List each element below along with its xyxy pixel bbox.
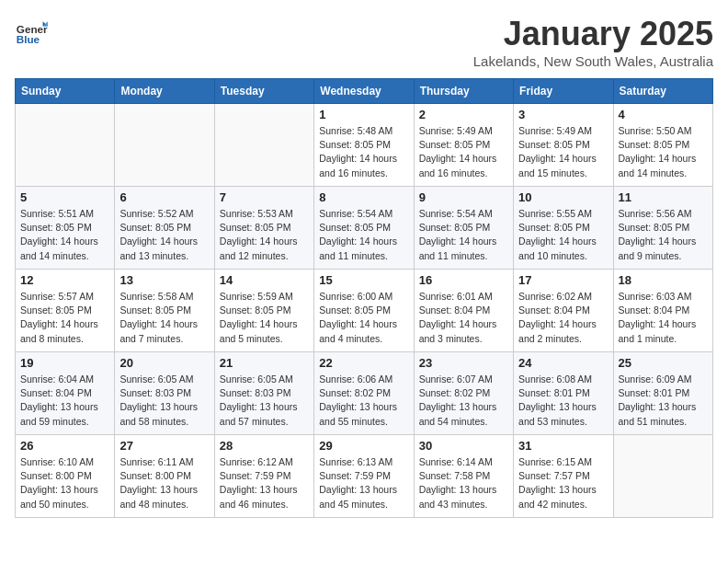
day-detail: Sunrise: 6:09 AMSunset: 8:01 PMDaylight:… — [619, 373, 708, 429]
day-detail: Sunrise: 5:54 AMSunset: 8:05 PMDaylight:… — [319, 207, 408, 263]
day-detail: Sunrise: 5:58 AMSunset: 8:05 PMDaylight:… — [119, 290, 209, 346]
day-number: 7 — [220, 190, 309, 204]
day-number: 23 — [419, 356, 508, 370]
day-detail: Sunrise: 5:54 AMSunset: 8:05 PMDaylight:… — [419, 207, 508, 263]
calendar-cell: 6Sunrise: 5:52 AMSunset: 8:05 PMDaylight… — [115, 187, 214, 270]
day-detail: Sunrise: 6:03 AMSunset: 8:04 PMDaylight:… — [619, 290, 708, 346]
calendar-cell: 31Sunrise: 6:15 AMSunset: 7:57 PMDayligh… — [514, 435, 613, 518]
day-number: 28 — [220, 439, 309, 453]
day-header-tuesday: Tuesday — [214, 79, 313, 104]
day-number: 10 — [518, 190, 608, 204]
calendar-cell: 25Sunrise: 6:09 AMSunset: 8:01 PMDayligh… — [613, 352, 712, 435]
calendar-cell: 10Sunrise: 5:55 AMSunset: 8:05 PMDayligh… — [514, 187, 613, 270]
day-detail: Sunrise: 6:05 AMSunset: 8:03 PMDaylight:… — [220, 373, 309, 429]
day-number: 18 — [619, 273, 708, 287]
day-header-saturday: Saturday — [613, 79, 712, 104]
calendar-cell: 18Sunrise: 6:03 AMSunset: 8:04 PMDayligh… — [613, 270, 712, 352]
day-detail: Sunrise: 5:56 AMSunset: 8:05 PMDaylight:… — [619, 207, 708, 263]
calendar-cell: 5Sunrise: 5:51 AMSunset: 8:05 PMDaylight… — [16, 187, 115, 270]
day-detail: Sunrise: 6:13 AMSunset: 7:59 PMDaylight:… — [319, 455, 408, 511]
calendar-cell: 4Sunrise: 5:50 AMSunset: 8:05 PMDaylight… — [613, 104, 712, 187]
day-header-wednesday: Wednesday — [314, 79, 414, 104]
day-detail: Sunrise: 5:50 AMSunset: 8:05 PMDaylight:… — [619, 124, 708, 180]
calendar-cell: 17Sunrise: 6:02 AMSunset: 8:04 PMDayligh… — [514, 270, 613, 352]
calendar-week-row: 1Sunrise: 5:48 AMSunset: 8:05 PMDaylight… — [16, 104, 713, 187]
day-detail: Sunrise: 6:15 AMSunset: 7:57 PMDaylight:… — [518, 455, 608, 511]
svg-text:Blue: Blue — [17, 33, 40, 45]
day-detail: Sunrise: 6:08 AMSunset: 8:01 PMDaylight:… — [518, 373, 608, 429]
calendar-cell: 11Sunrise: 5:56 AMSunset: 8:05 PMDayligh… — [613, 187, 712, 270]
day-number: 31 — [518, 439, 608, 453]
day-detail: Sunrise: 6:04 AMSunset: 8:04 PMDaylight:… — [20, 373, 109, 429]
day-number: 1 — [319, 108, 408, 121]
calendar-table: SundayMondayTuesdayWednesdayThursdayFrid… — [15, 78, 713, 518]
day-number: 27 — [119, 439, 209, 453]
day-number: 17 — [518, 273, 608, 287]
day-number: 8 — [319, 190, 408, 204]
logo: General Blue General Blue — [15, 15, 48, 48]
day-detail: Sunrise: 5:52 AMSunset: 8:05 PMDaylight:… — [119, 207, 209, 263]
day-number: 6 — [119, 190, 209, 204]
calendar-cell: 7Sunrise: 5:53 AMSunset: 8:05 PMDaylight… — [214, 187, 313, 270]
day-detail: Sunrise: 6:02 AMSunset: 8:04 PMDaylight:… — [518, 290, 608, 346]
calendar-cell: 28Sunrise: 6:12 AMSunset: 7:59 PMDayligh… — [214, 435, 313, 518]
day-detail: Sunrise: 5:55 AMSunset: 8:05 PMDaylight:… — [518, 207, 608, 263]
calendar-cell: 15Sunrise: 6:00 AMSunset: 8:05 PMDayligh… — [314, 270, 414, 352]
day-detail: Sunrise: 6:14 AMSunset: 7:58 PMDaylight:… — [419, 455, 508, 511]
day-detail: Sunrise: 6:06 AMSunset: 8:02 PMDaylight:… — [319, 373, 408, 429]
day-number: 25 — [619, 356, 708, 370]
calendar-cell: 23Sunrise: 6:07 AMSunset: 8:02 PMDayligh… — [414, 352, 513, 435]
day-detail: Sunrise: 5:53 AMSunset: 8:05 PMDaylight:… — [220, 207, 309, 263]
day-number: 19 — [20, 356, 109, 370]
day-detail: Sunrise: 6:01 AMSunset: 8:04 PMDaylight:… — [419, 290, 508, 346]
calendar-cell: 8Sunrise: 5:54 AMSunset: 8:05 PMDaylight… — [314, 187, 414, 270]
calendar-cell: 26Sunrise: 6:10 AMSunset: 8:00 PMDayligh… — [16, 435, 115, 518]
calendar-cell: 21Sunrise: 6:05 AMSunset: 8:03 PMDayligh… — [214, 352, 313, 435]
calendar-cell: 29Sunrise: 6:13 AMSunset: 7:59 PMDayligh… — [314, 435, 414, 518]
calendar-week-row: 5Sunrise: 5:51 AMSunset: 8:05 PMDaylight… — [16, 187, 713, 270]
day-detail: Sunrise: 5:49 AMSunset: 8:05 PMDaylight:… — [518, 124, 608, 180]
day-number: 3 — [518, 108, 608, 121]
calendar-cell: 9Sunrise: 5:54 AMSunset: 8:05 PMDaylight… — [414, 187, 513, 270]
day-header-sunday: Sunday — [16, 79, 115, 104]
day-number: 15 — [319, 273, 408, 287]
calendar-cell: 16Sunrise: 6:01 AMSunset: 8:04 PMDayligh… — [414, 270, 513, 352]
calendar-cell — [214, 104, 313, 187]
day-number: 29 — [319, 439, 408, 453]
day-detail: Sunrise: 6:10 AMSunset: 8:00 PMDaylight:… — [20, 455, 109, 511]
calendar-week-row: 19Sunrise: 6:04 AMSunset: 8:04 PMDayligh… — [16, 352, 713, 435]
calendar-cell: 13Sunrise: 5:58 AMSunset: 8:05 PMDayligh… — [115, 270, 214, 352]
day-header-friday: Friday — [514, 79, 613, 104]
calendar-cell: 14Sunrise: 5:59 AMSunset: 8:05 PMDayligh… — [214, 270, 313, 352]
calendar-week-row: 12Sunrise: 5:57 AMSunset: 8:05 PMDayligh… — [16, 270, 713, 352]
day-number: 30 — [419, 439, 508, 453]
calendar-week-row: 26Sunrise: 6:10 AMSunset: 8:00 PMDayligh… — [16, 435, 713, 518]
day-detail: Sunrise: 6:00 AMSunset: 8:05 PMDaylight:… — [319, 290, 408, 346]
day-number: 5 — [20, 190, 109, 204]
calendar-cell — [115, 104, 214, 187]
day-detail: Sunrise: 6:07 AMSunset: 8:02 PMDaylight:… — [419, 373, 508, 429]
month-title: January 2025 — [473, 15, 713, 53]
day-number: 13 — [119, 273, 209, 287]
calendar-cell: 12Sunrise: 5:57 AMSunset: 8:05 PMDayligh… — [16, 270, 115, 352]
day-number: 20 — [119, 356, 209, 370]
day-number: 4 — [619, 108, 708, 121]
day-number: 22 — [319, 356, 408, 370]
day-number: 24 — [518, 356, 608, 370]
day-header-monday: Monday — [115, 79, 214, 104]
calendar-cell: 3Sunrise: 5:49 AMSunset: 8:05 PMDaylight… — [514, 104, 613, 187]
title-area: January 2025 Lakelands, New South Wales,… — [473, 15, 713, 69]
day-detail: Sunrise: 6:05 AMSunset: 8:03 PMDaylight:… — [119, 373, 209, 429]
calendar-cell: 22Sunrise: 6:06 AMSunset: 8:02 PMDayligh… — [314, 352, 414, 435]
calendar-cell — [16, 104, 115, 187]
day-number: 21 — [220, 356, 309, 370]
location-title: Lakelands, New South Wales, Australia — [473, 53, 713, 69]
day-detail: Sunrise: 5:57 AMSunset: 8:05 PMDaylight:… — [20, 290, 109, 346]
calendar-cell: 20Sunrise: 6:05 AMSunset: 8:03 PMDayligh… — [115, 352, 214, 435]
calendar-cell: 27Sunrise: 6:11 AMSunset: 8:00 PMDayligh… — [115, 435, 214, 518]
calendar-header-row: SundayMondayTuesdayWednesdayThursdayFrid… — [16, 79, 713, 104]
calendar-cell: 1Sunrise: 5:48 AMSunset: 8:05 PMDaylight… — [314, 104, 414, 187]
day-number: 16 — [419, 273, 508, 287]
day-detail: Sunrise: 5:49 AMSunset: 8:05 PMDaylight:… — [419, 124, 508, 180]
calendar-cell: 24Sunrise: 6:08 AMSunset: 8:01 PMDayligh… — [514, 352, 613, 435]
